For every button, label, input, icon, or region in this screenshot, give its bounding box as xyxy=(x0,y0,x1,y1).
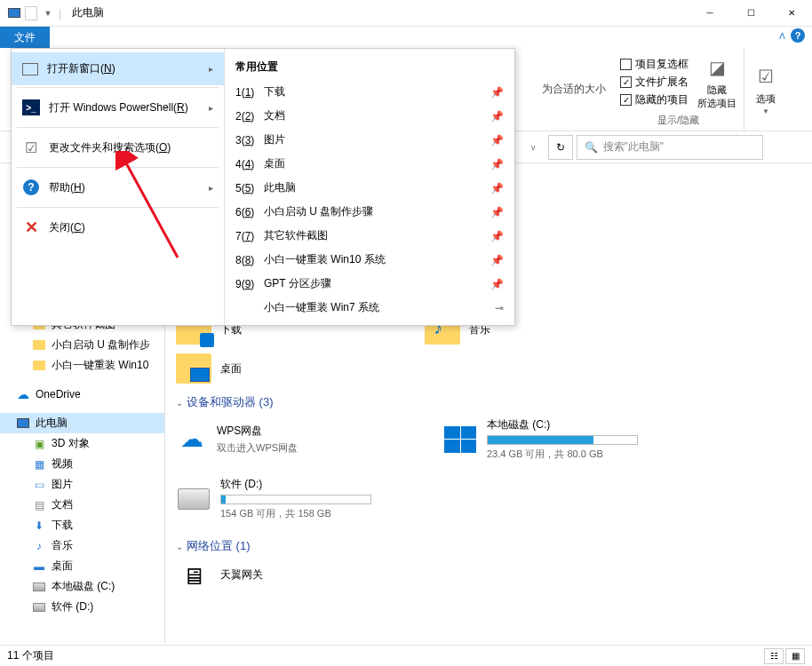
settings-icon: ☑ xyxy=(22,139,40,156)
recent-header: 常用位置 xyxy=(225,54,514,80)
sidebar-thispc[interactable]: 此电脑 xyxy=(0,413,164,433)
sidebar-drive-c[interactable]: 本地磁盘 (C:) xyxy=(0,576,164,597)
sidebar-folder-2[interactable]: 小白一键重装 Win10 xyxy=(0,355,164,376)
help-icon[interactable]: ? xyxy=(791,28,805,43)
section-devices[interactable]: ⌄设备和驱动器 (3) xyxy=(176,394,801,410)
gateway-icon: 🖥 xyxy=(176,561,211,591)
sidebar-pictures[interactable]: ▭图片 xyxy=(0,474,164,495)
pin-icon: 📌 xyxy=(490,110,504,123)
ribbon-group-label: 显示/隐藏 xyxy=(620,112,736,127)
menu-help[interactable]: ? 帮助(H) ▸ xyxy=(12,170,224,205)
statusbar: 11 个项目 ☷ ▦ xyxy=(0,645,812,666)
recent-item[interactable]: 6(6)小白启动 U 盘制作步骤📌 xyxy=(225,200,514,224)
pin-icon: ⊸ xyxy=(495,302,504,314)
pin-icon: 📌 xyxy=(490,182,504,194)
help-icon: ? xyxy=(22,178,40,196)
search-icon: 🔍 xyxy=(585,141,598,154)
minimize-button[interactable]: ─ xyxy=(689,0,730,27)
sidebar-docs[interactable]: ▤文档 xyxy=(0,495,164,515)
section-network[interactable]: ⌄网络位置 (1) xyxy=(176,538,801,554)
sidebar-folder-1[interactable]: 小白启动 U 盘制作步 xyxy=(0,335,164,355)
hide-selected-button[interactable]: ◪ 隐藏 所选项目 xyxy=(697,53,736,110)
sidebar-music[interactable]: ♪音乐 xyxy=(0,535,164,556)
recent-item[interactable]: 小白一键重装 Win7 系统⊸ xyxy=(225,296,514,320)
pin-icon: 📌 xyxy=(490,254,504,266)
doc-icon xyxy=(25,6,37,20)
pin-icon: 📌 xyxy=(490,134,504,147)
drive-icon xyxy=(176,484,211,514)
checkbox-file-ext[interactable]: ✓文件扩展名 xyxy=(620,75,689,90)
window-title: 此电脑 xyxy=(72,5,104,20)
windows-drive-icon xyxy=(442,424,478,455)
menu-open-new-window[interactable]: 打开新窗口(N) ▸ xyxy=(12,52,224,85)
submenu-arrow-icon: ▸ xyxy=(209,183,213,193)
menu-open-powershell[interactable]: >_ 打开 Windows PowerShell(R) ▸ xyxy=(12,90,224,125)
pin-icon: 📌 xyxy=(490,86,504,99)
pin-icon: 📌 xyxy=(490,278,504,290)
recent-locations: 常用位置 1(1)下载📌2(2)文档📌3(3)图片📌4(4)桌面📌5(5)此电脑… xyxy=(225,49,514,325)
checkbox-hidden-items[interactable]: ✓隐藏的项目 xyxy=(620,92,689,107)
submenu-arrow-icon: ▸ xyxy=(209,64,213,74)
pin-icon: 📌 xyxy=(490,206,504,218)
pin-icon: 📌 xyxy=(490,158,504,170)
drive-c[interactable]: 本地磁盘 (C:) 23.4 GB 可用，共 80.0 GB xyxy=(442,417,656,461)
wps-icon: ☁ xyxy=(176,426,208,453)
recent-item[interactable]: 3(3)图片📌 xyxy=(225,128,514,152)
pc-icon xyxy=(7,6,21,20)
onedrive-icon: ☁ xyxy=(16,387,30,401)
pin-icon: 📌 xyxy=(490,230,504,242)
item-count: 11 个项目 xyxy=(7,648,54,663)
titlebar: ▼ | 此电脑 ─ ☐ ✕ xyxy=(0,0,812,27)
close-button[interactable]: ✕ xyxy=(771,0,812,27)
powershell-icon: >_ xyxy=(22,99,40,116)
sidebar-onedrive[interactable]: ☁OneDrive xyxy=(0,385,164,404)
recent-item[interactable]: 2(2)文档📌 xyxy=(225,104,514,128)
network-gateway[interactable]: 🖥 天翼网关 xyxy=(176,561,389,591)
sidebar-drive-d[interactable]: 软件 (D:) xyxy=(0,597,164,617)
options-button[interactable]: ☑ 选项 ▼ xyxy=(752,62,780,115)
size-text-partial: 为合适的大小 xyxy=(542,82,606,97)
address-dropdown-icon[interactable]: v xyxy=(522,143,545,152)
sidebar-video[interactable]: ▦视频 xyxy=(0,454,164,474)
menu-close[interactable]: ✕ 关闭(C) xyxy=(12,210,224,245)
close-icon: ✕ xyxy=(22,218,40,236)
submenu-arrow-icon: ▸ xyxy=(209,103,213,113)
menu-change-options[interactable]: ☑ 更改文件夹和搜索选项(O) xyxy=(12,130,224,165)
file-menu: 打开新窗口(N) ▸ >_ 打开 Windows PowerShell(R) ▸… xyxy=(11,48,515,326)
recent-item[interactable]: 4(4)桌面📌 xyxy=(225,152,514,176)
dropdown-icon[interactable]: ▼ xyxy=(41,6,55,20)
folder-icon xyxy=(176,353,211,384)
refresh-button[interactable]: ↻ xyxy=(548,135,573,160)
view-details-button[interactable]: ☷ xyxy=(764,648,784,664)
options-icon: ☑ xyxy=(752,62,780,91)
file-tab[interactable]: 文件 xyxy=(0,27,50,48)
recent-item[interactable]: 8(8)小白一键重装 Win10 系统📌 xyxy=(225,248,514,272)
ribbon-tabs: 文件 ᐱ ? xyxy=(0,27,812,48)
sidebar-downloads[interactable]: ⬇下载 xyxy=(0,515,164,535)
ribbon-group-options: ☑ 选项 ▼ xyxy=(744,48,787,131)
hide-icon: ◪ xyxy=(703,53,731,82)
ribbon-group-show-hide: 项目复选框 ✓文件扩展名 ✓隐藏的项目 ◪ 隐藏 所选项目 显示/隐藏 xyxy=(613,48,744,131)
recent-item[interactable]: 1(1)下载📌 xyxy=(225,80,514,104)
checkbox-item-checkboxes[interactable]: 项目复选框 xyxy=(620,57,689,72)
sidebar-desktop[interactable]: ▬桌面 xyxy=(0,556,164,576)
drive-d[interactable]: 软件 (D:) 154 GB 可用，共 158 GB xyxy=(176,477,389,520)
recent-item[interactable]: 9(9)GPT 分区步骤📌 xyxy=(225,272,514,296)
view-icons-button[interactable]: ▦ xyxy=(785,648,805,664)
recent-item[interactable]: 5(5)此电脑📌 xyxy=(225,176,514,200)
search-field[interactable]: 🔍 搜索"此电脑" xyxy=(577,135,763,160)
collapse-ribbon-icon[interactable]: ᐱ xyxy=(779,31,785,41)
pc-icon xyxy=(16,416,30,431)
folder-desktop[interactable]: 桌面 xyxy=(176,353,371,384)
sidebar-3d[interactable]: ▣3D 对象 xyxy=(0,433,164,454)
maximize-button[interactable]: ☐ xyxy=(730,0,771,27)
window-icon xyxy=(22,63,38,75)
drive-wps[interactable]: ☁ WPS网盘双击进入WPS网盘 xyxy=(176,417,389,461)
recent-item[interactable]: 7(7)其它软件截图📌 xyxy=(225,224,514,248)
